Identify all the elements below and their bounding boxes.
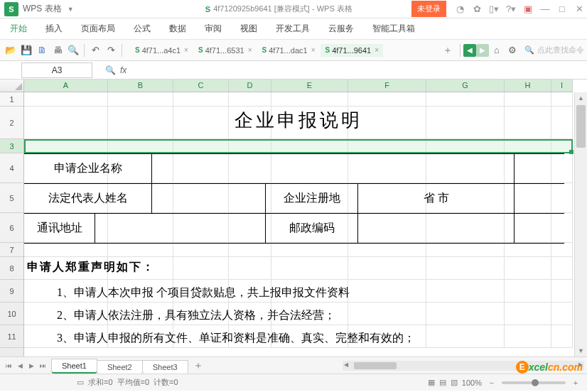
redo-icon[interactable]: ↷ [104, 43, 118, 58]
cell[interactable] [348, 303, 426, 325]
fx-label[interactable]: fx [120, 65, 126, 75]
menu-开发工具[interactable]: 开发工具 [273, 18, 313, 39]
cell[interactable] [426, 243, 505, 256]
cell[interactable] [426, 303, 505, 325]
cell[interactable] [271, 325, 348, 347]
cell[interactable] [551, 243, 573, 256]
cell[interactable] [24, 257, 108, 279]
cell[interactable] [24, 139, 108, 153]
cell[interactable] [24, 92, 108, 106]
home-icon[interactable]: ⌂ [490, 43, 504, 58]
zoom-in-button[interactable]: + [570, 379, 581, 387]
cell[interactable] [24, 325, 108, 347]
cell[interactable] [271, 213, 348, 242]
col-header-F[interactable]: F [348, 80, 426, 92]
cell[interactable] [551, 303, 573, 325]
scroll-down-icon[interactable]: ▼ [575, 345, 587, 356]
cell[interactable] [271, 153, 348, 183]
row-header-7[interactable]: 7 [0, 243, 23, 257]
cell[interactable] [108, 257, 173, 279]
cell[interactable] [229, 303, 271, 325]
col-header-I[interactable]: I [551, 80, 573, 92]
sheet-tab-Sheet3[interactable]: Sheet3 [142, 360, 188, 374]
zoom-knob[interactable] [532, 379, 539, 386]
doc-tab[interactable]: S4f71...6531× [194, 44, 257, 57]
thumbnail-icon[interactable]: ▣ [520, 1, 536, 17]
open-icon[interactable]: 📂 [4, 43, 18, 58]
add-tab-button[interactable]: ＋ [438, 44, 457, 57]
cell[interactable] [348, 139, 426, 153]
cell[interactable] [348, 257, 426, 279]
scroll-up-icon[interactable]: ▲ [575, 92, 587, 104]
cell[interactable] [348, 213, 426, 242]
tab-prev-button[interactable]: ◀ [463, 44, 476, 57]
cell[interactable] [173, 303, 229, 325]
row-header-10[interactable]: 10 [0, 303, 23, 325]
cell[interactable] [426, 213, 505, 242]
cell[interactable] [551, 325, 573, 347]
cell[interactable] [348, 325, 426, 347]
cell[interactable] [24, 213, 108, 242]
cell[interactable] [108, 107, 173, 138]
status-mode-icon[interactable]: ▭ [77, 378, 84, 387]
close-tab-icon[interactable]: × [184, 46, 188, 54]
cell[interactable] [271, 183, 348, 212]
cell[interactable] [108, 213, 173, 242]
cell[interactable] [229, 325, 271, 347]
cell[interactable] [108, 303, 173, 325]
spreadsheet-grid[interactable]: ABCDEFGHI 1234567891011 企业申报说明 申请企业名称 法定… [0, 80, 587, 356]
command-search[interactable]: 🔍 点此查找命令 [520, 45, 584, 55]
zoom-slider[interactable] [502, 381, 566, 384]
horizontal-scrollbar[interactable] [343, 361, 584, 371]
minimize-button[interactable]: — [537, 1, 553, 17]
doc-tab[interactable]: S4f71...a4c1× [131, 44, 193, 57]
close-tab-icon[interactable]: × [311, 46, 316, 54]
export-icon[interactable]: 🗎 [35, 43, 49, 58]
maximize-button[interactable]: □ [554, 1, 570, 17]
row-header-2[interactable]: 2 [0, 107, 23, 139]
close-button[interactable]: ✕ [571, 1, 587, 17]
cell[interactable] [551, 139, 573, 153]
cell[interactable] [271, 139, 348, 153]
vertical-scrollbar[interactable]: ▲ ▼ [574, 92, 587, 356]
cell[interactable] [229, 243, 271, 256]
cell[interactable] [505, 153, 551, 183]
cell[interactable] [505, 243, 551, 256]
cell[interactable] [551, 183, 573, 212]
doc-tab[interactable]: S4f71...9641× [321, 44, 383, 57]
col-header-H[interactable]: H [505, 80, 551, 92]
cell[interactable] [348, 107, 426, 138]
sheet-next-icon[interactable]: ▶ [26, 360, 37, 371]
cell[interactable] [24, 107, 108, 138]
cell[interactable] [271, 257, 348, 279]
cell[interactable] [173, 183, 229, 212]
cell[interactable] [271, 92, 348, 106]
col-header-E[interactable]: E [271, 80, 348, 92]
cell[interactable] [108, 325, 173, 347]
cell[interactable] [229, 107, 271, 138]
skin-icon[interactable]: ✿ [469, 1, 485, 17]
row-header-8[interactable]: 8 [0, 257, 23, 280]
col-header-D[interactable]: D [229, 80, 271, 92]
cell[interactable] [229, 183, 271, 212]
cell[interactable] [24, 280, 108, 302]
cell[interactable] [348, 153, 426, 183]
cell[interactable] [551, 153, 573, 183]
menu-视图[interactable]: 视图 [237, 18, 260, 39]
cell[interactable] [173, 280, 229, 302]
cell[interactable] [173, 92, 229, 106]
cell[interactable] [505, 325, 551, 347]
cell[interactable] [426, 107, 505, 138]
close-tab-icon[interactable]: × [375, 46, 379, 54]
cell[interactable] [551, 107, 573, 138]
view-normal-icon[interactable]: ▦ [428, 378, 435, 387]
cell[interactable] [108, 280, 173, 302]
cell[interactable] [505, 280, 551, 302]
cell[interactable] [24, 153, 108, 183]
row-header-9[interactable]: 9 [0, 280, 23, 303]
cell[interactable] [229, 257, 271, 279]
cell[interactable] [426, 92, 505, 106]
cell[interactable] [271, 243, 348, 256]
sheet-prev-icon[interactable]: ◀ [14, 360, 26, 371]
cell[interactable] [271, 303, 348, 325]
